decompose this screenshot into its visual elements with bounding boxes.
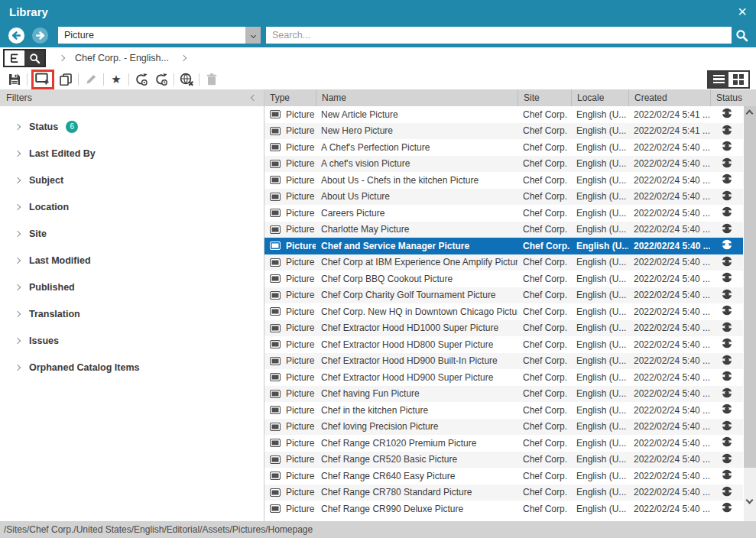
workflow-status-icon <box>722 436 732 449</box>
star-icon[interactable]: ★ <box>106 70 126 89</box>
forward-icon[interactable] <box>31 27 49 44</box>
table-row[interactable]: PictureA chef's vision PictureChef Corp.… <box>264 156 743 173</box>
workflow-status-icon <box>722 289 732 302</box>
locale-cell: English (U... <box>571 339 628 350</box>
table-row[interactable]: PictureChef Corp Charity Golf Tournament… <box>264 287 743 304</box>
table-row[interactable]: PictureChef Range CR1020 Premium Picture… <box>264 435 743 452</box>
scrollbar-thumb[interactable] <box>744 106 756 468</box>
site-cell: Chef Corp. <box>518 471 571 481</box>
type-cell: Picture <box>264 339 316 350</box>
edit-icon[interactable] <box>81 70 101 89</box>
table-row[interactable]: PictureChef Range CR780 Standard Picture… <box>264 485 743 501</box>
table-row[interactable]: PictureChef Extractor Hood HD900 Super P… <box>264 369 743 386</box>
column-header-locale[interactable]: Locale <box>571 89 628 106</box>
breadcrumb[interactable]: Chef Corp. - English... <box>75 53 169 63</box>
toolbar-divider <box>78 73 79 86</box>
table-row[interactable]: PictureChef in the kitchen PictureChef C… <box>264 402 743 419</box>
table-row[interactable]: PictureChef and Service Manager PictureC… <box>264 238 743 254</box>
column-header-created[interactable]: Created <box>628 89 710 106</box>
table-row[interactable]: PictureChef Extractor Hood HD1000 Super … <box>264 320 743 337</box>
table-row[interactable]: PictureChef Corp at IBM Experience One A… <box>264 254 743 271</box>
tree-view-icon[interactable] <box>5 50 24 66</box>
search-icon[interactable] <box>732 29 751 42</box>
collapse-panel-icon[interactable] <box>251 95 257 101</box>
name-cell: Chef Range CR640 Easy Picture <box>316 471 518 481</box>
dropdown-chevron-icon[interactable] <box>245 27 261 44</box>
expand-chevron-icon <box>15 364 21 370</box>
status-cell <box>710 256 743 269</box>
remove-language-icon[interactable] <box>177 70 196 89</box>
type-label: Picture <box>286 191 314 202</box>
filter-item-orphaned-catalog-items[interactable]: Orphaned Catalog Items <box>0 354 264 381</box>
filter-item-status[interactable]: Status6 <box>0 113 264 140</box>
table-row[interactable]: PictureChef Range CR520 Basic PictureChe… <box>264 452 743 468</box>
filter-item-last-modified[interactable]: Last Modified <box>0 247 264 274</box>
locale-cell: English (U... <box>571 471 628 481</box>
table-row[interactable]: PictureChef Extractor Hood HD800 Super P… <box>264 336 743 353</box>
refresh-version-icon[interactable] <box>131 70 151 89</box>
type-cell: Picture <box>264 355 316 366</box>
status-cell <box>710 272 743 285</box>
created-cell: 2022/02/24 5:40 ... <box>628 274 710 284</box>
locale-cell: English (U... <box>571 125 628 136</box>
column-header-site[interactable]: Site <box>518 89 571 106</box>
filter-label: Last Modified <box>29 255 91 266</box>
table-row[interactable]: PictureCareers PictureChef Corp.English … <box>264 205 743 222</box>
table-row[interactable]: PictureNew Hero PictureChef Corp.English… <box>264 123 743 140</box>
search-input[interactable]: Search... <box>266 27 732 44</box>
table-row[interactable]: PictureChef having Fun PictureChef Corp.… <box>264 386 743 403</box>
column-header-status[interactable]: Status <box>710 89 755 106</box>
expand-chevron-icon <box>15 203 21 209</box>
breadcrumb-chevron-icon[interactable] <box>180 55 187 61</box>
filter-item-issues[interactable]: Issues <box>0 327 264 354</box>
workflow-status-icon <box>722 141 732 154</box>
name-cell: Chef Range CR520 Basic Picture <box>316 454 518 465</box>
filter-item-translation[interactable]: Translation <box>0 300 264 327</box>
status-cell <box>710 289 743 302</box>
scroll-down-icon[interactable] <box>746 497 754 504</box>
list-view-icon[interactable] <box>709 72 728 87</box>
delete-icon[interactable] <box>202 70 222 89</box>
type-selector[interactable]: Picture <box>58 27 261 44</box>
filter-item-published[interactable]: Published <box>0 274 264 300</box>
workflow-status-icon <box>722 190 732 203</box>
column-header-name[interactable]: Name <box>316 89 518 106</box>
created-cell: 2022/02/24 5:40 ... <box>628 355 710 366</box>
locale-cell: English (U... <box>571 290 628 300</box>
site-cell: Chef Corp. <box>518 504 571 514</box>
filter-item-subject[interactable]: Subject <box>0 167 264 193</box>
picture-icon <box>270 423 281 431</box>
created-cell: 2022/02/24 5:40 ... <box>628 504 710 514</box>
created-cell: 2022/02/24 5:40 ... <box>628 306 710 317</box>
type-cell: Picture <box>264 125 316 136</box>
table-row[interactable]: PictureChef Range CR990 Deluxe PictureCh… <box>264 501 743 517</box>
view-toggle-group <box>707 70 750 89</box>
table-row[interactable]: PictureA Chef's Perfection PictureChef C… <box>264 139 743 156</box>
table-row[interactable]: PictureChef loving Precision PictureChef… <box>264 419 743 436</box>
filter-item-site[interactable]: Site <box>0 220 264 247</box>
close-icon[interactable]: × <box>738 4 747 19</box>
table-row[interactable]: PictureChef Extractor Hood HD900 Built-I… <box>264 353 743 370</box>
save-icon[interactable] <box>5 70 24 89</box>
table-row[interactable]: PictureAbout Us - Chefs in the kitchen P… <box>264 172 743 189</box>
copy-icon[interactable] <box>56 70 76 89</box>
locale-cell: English (U... <box>571 142 628 153</box>
filter-item-location[interactable]: Location <box>0 193 264 220</box>
grid-view-icon[interactable] <box>728 72 748 87</box>
table-row[interactable]: PictureChef Range CR640 Easy PictureChef… <box>264 468 743 485</box>
refresh-history-icon[interactable] <box>151 70 171 89</box>
search-view-icon[interactable] <box>24 50 44 66</box>
table-row[interactable]: PictureChef Corp. New HQ in Downtown Chi… <box>264 303 743 320</box>
back-icon[interactable] <box>8 27 25 44</box>
table-row[interactable]: PictureAbout Us PictureChef Corp.English… <box>264 189 743 206</box>
filter-item-last-edited-by[interactable]: Last Edited By <box>0 140 264 167</box>
add-media-icon[interactable] <box>31 70 54 89</box>
name-cell: About Us Picture <box>316 191 518 202</box>
table-row[interactable]: PictureChef Corp BBQ Cookout PictureChef… <box>264 271 743 287</box>
vertical-scrollbar[interactable] <box>744 106 756 521</box>
table-row[interactable]: PictureCharlotte May PictureChef Corp.En… <box>264 222 743 238</box>
column-header-type[interactable]: Type <box>264 89 316 106</box>
table-row[interactable]: PictureNew Article PictureChef Corp.Engl… <box>264 106 743 123</box>
type-label: Picture <box>286 290 314 300</box>
created-cell: 2022/02/24 5:40 ... <box>628 421 710 432</box>
